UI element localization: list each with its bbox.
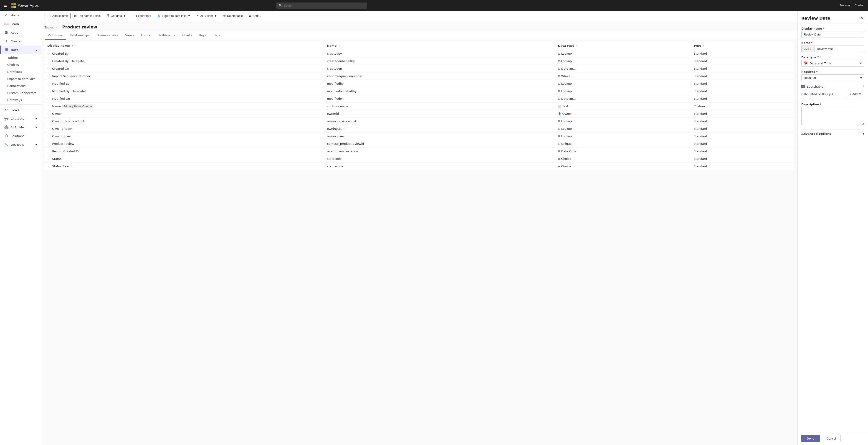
sidebar-item-create[interactable]: + Create — [0, 37, 41, 46]
columns-table: Display name ↑ ▾ Name ▾ Data type ▾ Ty — [44, 42, 794, 170]
delete-table-button[interactable]: 🗑 Delete table — [221, 13, 245, 19]
calc-info-icon[interactable]: ℹ — [832, 93, 833, 96]
add-column-button[interactable]: + + Add column — [44, 13, 70, 19]
sidebar-item-tables[interactable]: Tables — [0, 54, 41, 61]
hamburger-icon[interactable]: ≡ — [3, 2, 8, 9]
datatype-icon: ⬜ — [558, 105, 561, 108]
searchable-checkbox[interactable]: ✓ — [801, 85, 805, 88]
sidebar-item-home[interactable]: ⌂ Home — [0, 11, 41, 20]
more-icon[interactable]: ··· — [47, 82, 50, 85]
searchable-info-icon[interactable]: ℹ — [863, 85, 864, 88]
sidebar-item-data[interactable]: 🗄 Data ▲ — [0, 46, 41, 54]
col-header-name[interactable]: Name ▾ — [324, 42, 555, 50]
sidebar-item-dataflows[interactable]: Dataflows — [0, 68, 41, 75]
more-icon[interactable]: ··· — [47, 104, 50, 108]
sidebar-item-flows[interactable]: ↻ Flows — [0, 106, 41, 114]
ai-builder-button[interactable]: ✦ AI Builder ▼ — [194, 13, 219, 19]
more-icon[interactable]: ··· — [47, 89, 50, 93]
sidebar-item-solutions[interactable]: ⬡ Solutions — [0, 131, 41, 140]
description-textarea[interactable] — [801, 107, 864, 125]
datatype-icon: 👤 — [558, 112, 561, 115]
calc-add-button[interactable]: + Add ▼ — [847, 91, 864, 97]
search-area: 🔍 — [276, 2, 367, 9]
tab-charts[interactable]: Charts — [179, 31, 196, 39]
more-icon[interactable]: ··· — [47, 157, 50, 160]
tab-data[interactable]: Data — [210, 31, 224, 39]
col-header-datatype[interactable]: Data type ▾ — [555, 42, 691, 50]
cell-displayname: ···Modified By — [44, 80, 324, 87]
sidebar-item-gateways[interactable]: Gateways — [0, 96, 41, 103]
more-icon[interactable]: ··· — [47, 59, 50, 63]
right-panel-body: Display name * Name * ℹ cr25d_ — [798, 24, 868, 432]
name-input[interactable] — [814, 46, 864, 52]
more-icon[interactable]: ··· — [47, 164, 50, 168]
datatype-icon: ⊞ — [558, 75, 560, 78]
more-icon[interactable]: ··· — [47, 134, 50, 138]
sidebar-item-label: Chatbots — [11, 117, 24, 120]
cell-displayname: ···Owning User — [44, 132, 324, 140]
sidebar-item-connections[interactable]: Connections — [0, 82, 41, 89]
data-type-info-icon[interactable]: ℹ — [820, 56, 821, 59]
more-icon[interactable]: ··· — [47, 52, 50, 55]
required-info-icon[interactable]: ℹ — [818, 70, 820, 73]
tab-columns[interactable]: Columns — [44, 31, 66, 39]
tab-business-rules[interactable]: Business rules — [93, 31, 122, 39]
cancel-button[interactable]: Cancel — [822, 435, 841, 442]
advanced-options-row[interactable]: Advanced options ▼ — [801, 129, 864, 138]
searchable-label: Searchable — [807, 85, 824, 88]
cell-datatype: ⊞Date an... — [555, 95, 691, 102]
col-header-displayname[interactable]: Display name ↑ ▾ — [44, 42, 324, 50]
more-icon[interactable]: ··· — [47, 149, 50, 153]
cell-type: Standard — [691, 148, 794, 155]
sidebar-item-export[interactable]: Export to data lake — [0, 75, 41, 82]
table-row: ···Import Sequence Numberimportsequencen… — [44, 72, 794, 80]
table-row: ···Modified By (Delegate)modifiedonbehal… — [44, 87, 794, 95]
settings-button[interactable]: ⚙ Setti... — [246, 13, 263, 19]
sidebar-item-apps[interactable]: ⊞ Apps — [0, 28, 41, 37]
done-button[interactable]: Done — [801, 435, 820, 442]
sidebar-item-label: Home — [11, 14, 19, 17]
more-icon[interactable]: ··· — [47, 119, 50, 123]
sidebar-item-custom-connectors[interactable]: Custom Connectors — [0, 89, 41, 96]
more-icon[interactable]: ··· — [47, 97, 50, 100]
more-icon[interactable]: ··· — [47, 127, 50, 130]
required-select[interactable]: Optional Required Business Recommended — [801, 75, 864, 81]
tab-dashboards[interactable]: Dashboards — [154, 31, 179, 39]
sidebar-item-devtools[interactable]: 🔧 DevTools ▼ — [0, 140, 41, 149]
export-data-lake-button[interactable]: 💧 Export to data lake ▼ — [155, 13, 193, 19]
display-name-cell: Created By — [52, 52, 68, 55]
tab-keys[interactable]: Keys — [196, 31, 210, 39]
sidebar-item-ai-builder[interactable]: 🤖 AI Builder ▼ — [0, 123, 41, 131]
close-button[interactable]: ✕ — [859, 14, 864, 21]
col-header-type[interactable]: Type ▾ — [691, 42, 794, 50]
right-panel-title: Review Date — [801, 16, 830, 21]
search-input[interactable] — [276, 2, 367, 9]
sidebar-item-chatbots[interactable]: 💬 Chatbots ▼ — [0, 114, 41, 123]
table-row: ···Statusstatecode≡ChoiceStandard — [44, 155, 794, 162]
page-title: Product review — [59, 24, 101, 31]
data-type-selector[interactable]: 📅 Date and Time ▼ — [801, 60, 864, 67]
sidebar-item-learn[interactable]: 📖 Learn — [0, 20, 41, 28]
cell-name: overriddencreatedon — [324, 148, 555, 155]
more-icon[interactable]: ··· — [47, 112, 50, 115]
cell-datatype: ⊞Whole ... — [555, 72, 691, 80]
description-info-icon[interactable]: ℹ — [820, 103, 821, 106]
datatype-icon: ≡ — [558, 157, 560, 160]
edit-excel-button[interactable]: ⊞ Edit data in Excel — [72, 13, 103, 19]
tab-relationships[interactable]: Relationships — [66, 31, 93, 39]
name-info-icon[interactable]: ℹ — [813, 41, 814, 44]
more-icon[interactable]: ··· — [47, 67, 50, 70]
get-data-button[interactable]: 🗄 Get data ▼ — [104, 13, 128, 19]
more-icon[interactable]: ··· — [47, 74, 50, 78]
display-name-input[interactable] — [801, 31, 864, 38]
display-name-label: Display name * — [801, 27, 864, 30]
display-name-cell: Owning User — [52, 135, 71, 138]
tab-views[interactable]: Views — [122, 31, 138, 39]
export-lake-icon: 💧 — [157, 14, 161, 18]
breadcrumb-parent[interactable]: Tables — [44, 26, 54, 29]
tab-forms[interactable]: Forms — [137, 31, 154, 39]
sidebar-item-choices[interactable]: Choices — [0, 61, 41, 68]
export-data-button[interactable]: → Export data — [130, 13, 154, 19]
more-icon[interactable]: ··· — [47, 142, 50, 145]
ai-builder-label: AI Builder — [200, 14, 213, 18]
